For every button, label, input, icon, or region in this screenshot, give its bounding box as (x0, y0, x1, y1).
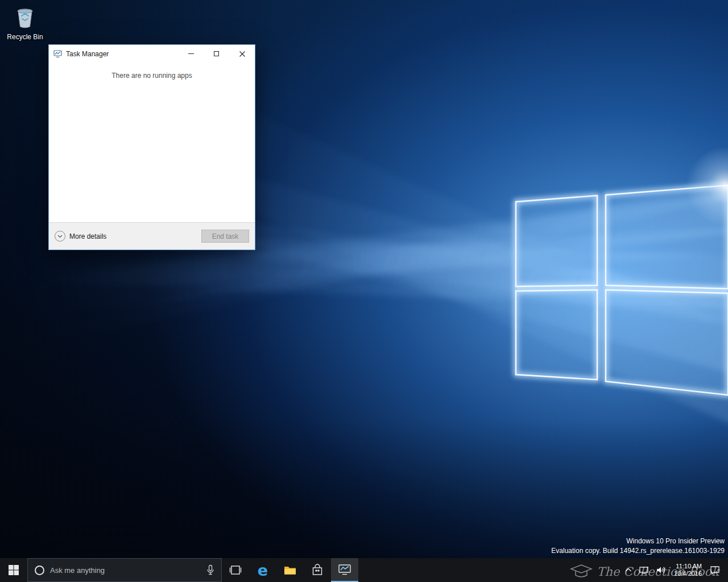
maximize-icon (214, 51, 219, 56)
build-watermark-line1: Windows 10 Pro Insider Preview (551, 537, 725, 546)
build-watermark-line2: Evaluation copy. Build 14942.rs_prerelea… (551, 546, 725, 556)
task-view-button[interactable] (222, 558, 249, 582)
speaker-icon (656, 566, 666, 575)
task-view-icon (229, 564, 242, 576)
volume-button[interactable] (652, 558, 669, 582)
task-manager-window: Task Manager There are no running apps (48, 44, 255, 250)
store-icon (311, 564, 324, 576)
search-input[interactable] (50, 566, 201, 575)
more-details-label: More details (69, 232, 106, 240)
end-task-button[interactable]: End task (201, 230, 249, 243)
task-manager-footer: More details End task (49, 222, 255, 250)
close-button[interactable] (229, 45, 255, 63)
build-watermark: Windows 10 Pro Insider Preview Evaluatio… (551, 537, 725, 556)
file-explorer-icon (283, 564, 297, 576)
start-button[interactable] (0, 558, 27, 582)
task-manager-titlebar[interactable]: Task Manager (49, 45, 255, 63)
task-manager-app-icon (53, 49, 62, 58)
no-running-apps-message: There are no running apps (49, 72, 255, 80)
taskbar-clock[interactable]: 11:10 AM 10/4/2016 (669, 563, 706, 577)
recycle-bin-shortcut[interactable]: Recycle Bin (3, 3, 47, 41)
system-tray: 11:10 AM 10/4/2016 (622, 558, 728, 582)
edge-icon: e (258, 563, 268, 578)
window-title: Task Manager (66, 50, 109, 58)
microphone-icon[interactable] (206, 564, 214, 576)
cortana-icon (35, 566, 44, 575)
action-center-button[interactable] (706, 558, 723, 582)
close-icon (239, 51, 245, 57)
recycle-bin-label: Recycle Bin (3, 33, 47, 41)
tray-overflow-button[interactable] (622, 558, 635, 582)
task-manager-title-area: Task Manager (49, 49, 178, 58)
minimize-icon (188, 53, 194, 54)
clock-date: 10/4/2016 (674, 570, 702, 577)
taskbar: e (0, 558, 728, 582)
store-button[interactable] (304, 558, 331, 582)
clock-time: 11:10 AM (674, 563, 702, 570)
network-status-button[interactable] (635, 558, 652, 582)
minimize-button[interactable] (178, 45, 204, 63)
action-center-icon (710, 566, 720, 575)
network-icon (639, 566, 649, 575)
chevron-up-icon (625, 568, 632, 572)
edge-button[interactable]: e (249, 558, 276, 582)
more-details-toggle[interactable]: More details (55, 231, 106, 242)
task-manager-app-list: There are no running apps (49, 63, 255, 222)
cortana-search-box[interactable] (27, 558, 222, 582)
task-manager-icon (338, 563, 351, 576)
windows-logo-icon (8, 564, 19, 576)
chevron-down-circle-icon (55, 231, 65, 242)
caption-buttons (178, 45, 255, 63)
recycle-bin-icon (13, 3, 38, 30)
file-explorer-button[interactable] (276, 558, 304, 582)
maximize-button[interactable] (204, 45, 229, 63)
task-manager-taskbar-button[interactable] (331, 558, 358, 582)
